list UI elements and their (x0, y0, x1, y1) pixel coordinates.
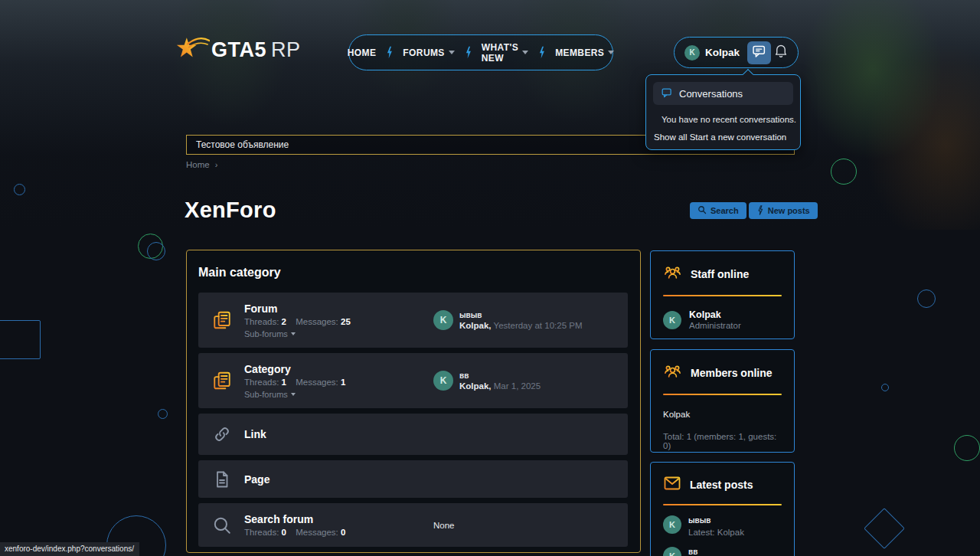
latest-post-none: None (433, 521, 455, 530)
forum-stats: Threads: 2 Messages: 25 (244, 317, 351, 326)
category-title[interactable]: Main category (198, 266, 628, 280)
poster-avatar[interactable]: K (663, 515, 681, 534)
conversations-dropdown-header: Conversations (653, 82, 793, 105)
members-online-title: Members online (691, 367, 773, 379)
deco-circle (917, 289, 936, 308)
subforums-toggle[interactable]: Sub-forums (244, 390, 345, 399)
bolt-separator-icon (538, 46, 545, 59)
page-icon (211, 470, 232, 489)
members-online-block: Members online Kolpak Total: 1 (members:… (650, 349, 795, 453)
deco-circle (14, 184, 25, 195)
bell-icon (774, 44, 788, 62)
chat-bubble-icon (751, 44, 766, 61)
forum-icon (211, 371, 232, 391)
staff-online-title: Staff online (691, 268, 749, 280)
link-icon (211, 425, 232, 443)
forum-title-link[interactable]: Forum (244, 303, 351, 315)
latest-post-item[interactable]: K ывыв Latest: Kolpak (663, 515, 782, 537)
latest-post-item[interactable]: K вв (663, 547, 782, 556)
latest-post-meta: Kolpak, Mar 1, 2025 (459, 381, 541, 391)
logo-text-main: GTA5 (211, 38, 266, 61)
latest-post-meta: Kolpak, Yesterday at 10:25 PM (459, 321, 582, 330)
main-category-block: Main category Forum Threads: 2 Messages:… (186, 250, 641, 553)
search-forum-stats: Threads: 0 Messages: 0 (244, 528, 345, 537)
node-row-search-forum[interactable]: Search forum Threads: 0 Messages: 0 None (198, 503, 628, 547)
lightning-icon (756, 205, 764, 217)
divider (663, 295, 782, 296)
category-stats: Threads: 1 Messages: 1 (244, 378, 345, 387)
node-row-page[interactable]: Page (198, 460, 628, 498)
nav-item-whats-new[interactable]: WHAT'S NEW (482, 42, 528, 64)
bolt-separator-icon (386, 46, 393, 59)
link-preview-statusbar: xenforo-dev/index.php?conversations/ (0, 542, 139, 556)
search-icon (211, 515, 232, 535)
group-icon (663, 362, 682, 384)
alerts-button[interactable] (771, 41, 792, 64)
deco-circle (954, 435, 980, 461)
star-logo-icon (175, 32, 210, 67)
chevron-down-icon (522, 51, 528, 54)
envelope-icon (663, 475, 681, 494)
site-logo[interactable]: GTA5RP (175, 32, 301, 67)
user-account-area: K Kolpak (674, 37, 799, 68)
breadcrumb-chevron-icon: › (215, 160, 218, 169)
search-forum-title-link[interactable]: Search forum (244, 513, 345, 525)
deco-circle (158, 409, 168, 419)
breadcrumb: Home › (186, 160, 217, 169)
latest-thread-title[interactable]: ывыв (459, 311, 582, 319)
chevron-down-icon (449, 51, 455, 54)
nav-item-members[interactable]: MEMBERS (555, 47, 614, 58)
bolt-separator-icon (465, 46, 472, 59)
no-conversations-text: You have no recent conversations. (662, 115, 800, 124)
conversations-dropdown-title: Conversations (679, 88, 743, 100)
online-member-link[interactable]: Kolpak (663, 410, 782, 419)
new-posts-button[interactable]: New posts (749, 202, 818, 219)
chevron-down-icon (291, 393, 296, 396)
staff-member-row[interactable]: K Kolpak Administrator (663, 309, 782, 330)
notice-text: Тестовое объявление (196, 139, 289, 150)
deco-diamond (864, 508, 905, 549)
link-title-link[interactable]: Link (244, 428, 266, 440)
category-title-link[interactable]: Category (244, 363, 345, 375)
deco-square (0, 320, 41, 359)
latest-post-author: Latest: Kolpak (688, 528, 744, 537)
group-icon (663, 263, 682, 285)
conversations-button[interactable] (747, 41, 771, 64)
start-new-conversation-link[interactable]: Start a new conversation (690, 132, 787, 142)
chat-bubble-icon (661, 87, 672, 100)
page-title-link[interactable]: Page (244, 473, 270, 486)
deco-circle (831, 159, 857, 185)
user-avatar[interactable]: K (684, 45, 700, 61)
search-button[interactable]: Search (690, 202, 746, 219)
page-title: XenForo (185, 198, 276, 223)
latest-poster-avatar[interactable]: K (433, 310, 453, 330)
conversations-dropdown: Conversations You have no recent convers… (645, 74, 801, 150)
node-row-category[interactable]: Category Threads: 1 Messages: 1 Sub-foru… (198, 353, 628, 408)
node-row-link[interactable]: Link (198, 414, 628, 455)
poster-avatar[interactable]: K (663, 547, 681, 556)
latest-posts-block: Latest posts K ывыв Latest: Kolpak K вв (650, 462, 795, 556)
staff-member-role: Administrator (689, 321, 741, 330)
latest-post-title[interactable]: ывыв (688, 516, 744, 525)
nav-item-forums[interactable]: FORUMS (403, 47, 454, 58)
staff-online-block: Staff online K Kolpak Administrator (650, 250, 795, 339)
breadcrumb-home-link[interactable]: Home (186, 160, 210, 169)
latest-post-info[interactable]: K вв Kolpak, Mar 1, 2025 (433, 371, 541, 391)
nav-item-home[interactable]: HOME (348, 47, 377, 58)
node-row-forum[interactable]: Forum Threads: 2 Messages: 25 Sub-forums… (198, 293, 628, 348)
online-totals: Total: 1 (members: 1, guests: 0) (663, 432, 782, 450)
search-icon (697, 205, 707, 216)
deco-circle (881, 384, 889, 391)
latest-post-info[interactable]: K ывыв Kolpak, Yesterday at 10:25 PM (433, 310, 582, 330)
subforums-toggle[interactable]: Sub-forums (244, 329, 351, 339)
staff-member-name[interactable]: Kolpak (689, 309, 741, 320)
forum-icon (211, 310, 232, 330)
latest-poster-avatar[interactable]: K (433, 371, 453, 391)
latest-thread-title[interactable]: вв (459, 371, 541, 380)
user-name-link[interactable]: Kolpak (705, 47, 740, 58)
main-navigation: HOME FORUMS WHAT'S NEW MEMBERS (348, 34, 613, 70)
staff-avatar[interactable]: K (663, 311, 681, 329)
show-all-link[interactable]: Show all (654, 132, 687, 142)
divider (663, 504, 782, 505)
latest-post-title[interactable]: вв (688, 548, 697, 556)
